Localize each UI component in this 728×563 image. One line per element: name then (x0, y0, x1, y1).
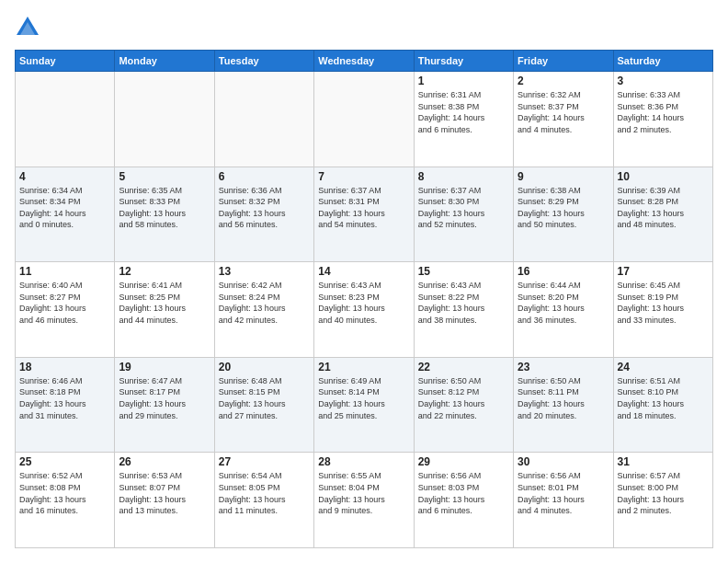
calendar-cell: 26Sunrise: 6:53 AM Sunset: 8:07 PM Dayli… (115, 453, 214, 548)
calendar-row-2: 11Sunrise: 6:40 AM Sunset: 8:27 PM Dayli… (16, 262, 713, 358)
day-info: Sunrise: 6:41 AM Sunset: 8:25 PM Dayligh… (119, 280, 210, 326)
day-info: Sunrise: 6:39 AM Sunset: 8:28 PM Dayligh… (618, 185, 709, 231)
calendar-cell: 7Sunrise: 6:37 AM Sunset: 8:31 PM Daylig… (314, 167, 414, 262)
day-info: Sunrise: 6:38 AM Sunset: 8:29 PM Dayligh… (518, 185, 609, 231)
calendar-header-row: SundayMondayTuesdayWednesdayThursdayFrid… (16, 51, 713, 72)
calendar-cell: 18Sunrise: 6:46 AM Sunset: 8:18 PM Dayli… (16, 357, 115, 453)
day-info: Sunrise: 6:51 AM Sunset: 8:10 PM Dayligh… (618, 375, 709, 421)
calendar-row-3: 18Sunrise: 6:46 AM Sunset: 8:18 PM Dayli… (16, 357, 713, 453)
weekday-header-saturday: Saturday (613, 51, 712, 72)
calendar-cell: 22Sunrise: 6:50 AM Sunset: 8:12 PM Dayli… (414, 357, 513, 453)
day-number: 15 (418, 265, 509, 278)
day-info: Sunrise: 6:37 AM Sunset: 8:30 PM Dayligh… (418, 185, 509, 231)
day-number: 28 (318, 455, 409, 468)
day-info: Sunrise: 6:33 AM Sunset: 8:36 PM Dayligh… (618, 89, 709, 135)
calendar-row-1: 4Sunrise: 6:34 AM Sunset: 8:34 PM Daylig… (16, 167, 713, 262)
day-number: 9 (518, 170, 609, 183)
calendar-cell: 4Sunrise: 6:34 AM Sunset: 8:34 PM Daylig… (16, 167, 115, 262)
day-info: Sunrise: 6:34 AM Sunset: 8:34 PM Dayligh… (19, 185, 110, 231)
day-number: 20 (219, 361, 310, 373)
calendar-cell: 1Sunrise: 6:31 AM Sunset: 8:38 PM Daylig… (414, 72, 513, 167)
calendar-cell (16, 72, 115, 167)
calendar-cell: 27Sunrise: 6:54 AM Sunset: 8:05 PM Dayli… (214, 453, 313, 548)
weekday-header-wednesday: Wednesday (314, 51, 414, 72)
day-number: 12 (119, 265, 210, 278)
day-number: 27 (219, 455, 310, 468)
logo (15, 15, 44, 40)
calendar-cell: 14Sunrise: 6:43 AM Sunset: 8:23 PM Dayli… (314, 262, 414, 358)
day-info: Sunrise: 6:36 AM Sunset: 8:32 PM Dayligh… (219, 185, 310, 231)
weekday-header-friday: Friday (514, 51, 613, 72)
calendar-cell: 3Sunrise: 6:33 AM Sunset: 8:36 PM Daylig… (613, 72, 712, 167)
calendar-cell: 9Sunrise: 6:38 AM Sunset: 8:29 PM Daylig… (514, 167, 613, 262)
calendar-cell (115, 72, 214, 167)
day-info: Sunrise: 6:47 AM Sunset: 8:17 PM Dayligh… (119, 375, 210, 421)
day-info: Sunrise: 6:54 AM Sunset: 8:05 PM Dayligh… (219, 470, 310, 516)
calendar-cell: 17Sunrise: 6:45 AM Sunset: 8:19 PM Dayli… (613, 262, 712, 358)
header (15, 15, 713, 40)
day-number: 11 (19, 265, 110, 278)
calendar-cell: 16Sunrise: 6:44 AM Sunset: 8:20 PM Dayli… (514, 262, 613, 358)
calendar-cell: 10Sunrise: 6:39 AM Sunset: 8:28 PM Dayli… (613, 167, 712, 262)
weekday-header-monday: Monday (115, 51, 214, 72)
day-number: 21 (318, 361, 409, 373)
calendar-cell: 12Sunrise: 6:41 AM Sunset: 8:25 PM Dayli… (115, 262, 214, 358)
day-info: Sunrise: 6:31 AM Sunset: 8:38 PM Dayligh… (418, 89, 509, 135)
calendar-cell: 19Sunrise: 6:47 AM Sunset: 8:17 PM Dayli… (115, 357, 214, 453)
day-info: Sunrise: 6:57 AM Sunset: 8:00 PM Dayligh… (618, 470, 709, 516)
logo-icon (15, 15, 40, 40)
weekday-header-tuesday: Tuesday (214, 51, 313, 72)
day-info: Sunrise: 6:50 AM Sunset: 8:11 PM Dayligh… (518, 375, 609, 421)
day-number: 3 (618, 75, 709, 87)
day-info: Sunrise: 6:42 AM Sunset: 8:24 PM Dayligh… (219, 280, 310, 326)
day-number: 7 (318, 170, 409, 183)
calendar-cell: 13Sunrise: 6:42 AM Sunset: 8:24 PM Dayli… (214, 262, 313, 358)
day-number: 22 (418, 361, 509, 373)
day-info: Sunrise: 6:43 AM Sunset: 8:22 PM Dayligh… (418, 280, 509, 326)
page: SundayMondayTuesdayWednesdayThursdayFrid… (0, 0, 728, 563)
day-info: Sunrise: 6:37 AM Sunset: 8:31 PM Dayligh… (318, 185, 409, 231)
day-number: 16 (518, 265, 609, 278)
day-info: Sunrise: 6:53 AM Sunset: 8:07 PM Dayligh… (119, 470, 210, 516)
day-number: 19 (119, 361, 210, 373)
day-info: Sunrise: 6:43 AM Sunset: 8:23 PM Dayligh… (318, 280, 409, 326)
weekday-header-sunday: Sunday (16, 51, 115, 72)
day-number: 8 (418, 170, 509, 183)
day-info: Sunrise: 6:32 AM Sunset: 8:37 PM Dayligh… (518, 89, 609, 135)
day-number: 17 (618, 265, 709, 278)
day-info: Sunrise: 6:40 AM Sunset: 8:27 PM Dayligh… (19, 280, 110, 326)
day-number: 13 (219, 265, 310, 278)
calendar-cell: 15Sunrise: 6:43 AM Sunset: 8:22 PM Dayli… (414, 262, 513, 358)
calendar-cell (214, 72, 313, 167)
day-number: 25 (19, 455, 110, 468)
day-number: 2 (518, 75, 609, 87)
day-info: Sunrise: 6:56 AM Sunset: 8:03 PM Dayligh… (418, 470, 509, 516)
day-info: Sunrise: 6:56 AM Sunset: 8:01 PM Dayligh… (518, 470, 609, 516)
calendar-table: SundayMondayTuesdayWednesdayThursdayFrid… (15, 50, 713, 548)
day-info: Sunrise: 6:45 AM Sunset: 8:19 PM Dayligh… (618, 280, 709, 326)
calendar-cell: 31Sunrise: 6:57 AM Sunset: 8:00 PM Dayli… (613, 453, 712, 548)
day-number: 5 (119, 170, 210, 183)
calendar-cell: 29Sunrise: 6:56 AM Sunset: 8:03 PM Dayli… (414, 453, 513, 548)
day-info: Sunrise: 6:48 AM Sunset: 8:15 PM Dayligh… (219, 375, 310, 421)
calendar-cell (314, 72, 414, 167)
calendar-cell: 20Sunrise: 6:48 AM Sunset: 8:15 PM Dayli… (214, 357, 313, 453)
day-number: 30 (518, 455, 609, 468)
day-info: Sunrise: 6:35 AM Sunset: 8:33 PM Dayligh… (119, 185, 210, 231)
day-info: Sunrise: 6:46 AM Sunset: 8:18 PM Dayligh… (19, 375, 110, 421)
day-number: 23 (518, 361, 609, 373)
day-number: 31 (618, 455, 709, 468)
calendar-cell: 8Sunrise: 6:37 AM Sunset: 8:30 PM Daylig… (414, 167, 513, 262)
day-info: Sunrise: 6:44 AM Sunset: 8:20 PM Dayligh… (518, 280, 609, 326)
weekday-header-thursday: Thursday (414, 51, 513, 72)
calendar-cell: 30Sunrise: 6:56 AM Sunset: 8:01 PM Dayli… (514, 453, 613, 548)
calendar-row-0: 1Sunrise: 6:31 AM Sunset: 8:38 PM Daylig… (16, 72, 713, 167)
calendar-cell: 21Sunrise: 6:49 AM Sunset: 8:14 PM Dayli… (314, 357, 414, 453)
calendar-cell: 6Sunrise: 6:36 AM Sunset: 8:32 PM Daylig… (214, 167, 313, 262)
day-info: Sunrise: 6:50 AM Sunset: 8:12 PM Dayligh… (418, 375, 509, 421)
day-number: 6 (219, 170, 310, 183)
calendar-cell: 5Sunrise: 6:35 AM Sunset: 8:33 PM Daylig… (115, 167, 214, 262)
calendar-cell: 25Sunrise: 6:52 AM Sunset: 8:08 PM Dayli… (16, 453, 115, 548)
day-number: 1 (418, 75, 509, 87)
day-number: 29 (418, 455, 509, 468)
